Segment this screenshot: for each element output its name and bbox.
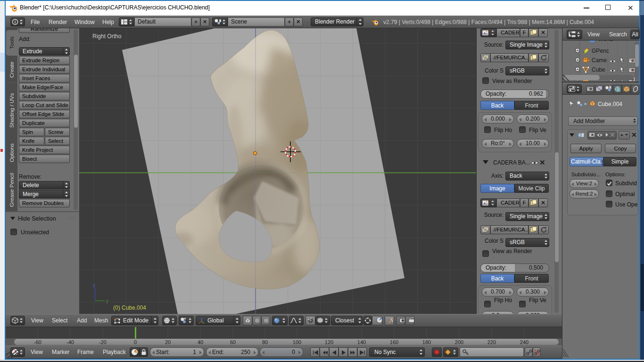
svg-text:(0) Cube.004: (0) Cube.004 <box>113 304 146 311</box>
svg-text:Right Ortho: Right Ortho <box>92 33 122 40</box>
svg-text:y: y <box>106 298 108 304</box>
svg-text:i: i <box>15 20 16 25</box>
svg-text:z: z <box>93 283 95 288</box>
